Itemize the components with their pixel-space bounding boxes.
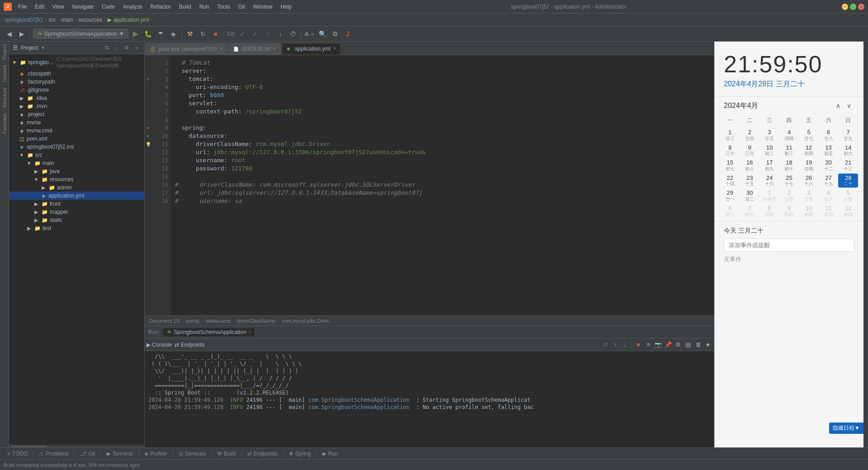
menu-build[interactable]: Build <box>175 3 195 11</box>
run-app-close[interactable]: × <box>248 329 251 334</box>
camera-btn[interactable]: 📷 <box>654 340 663 349</box>
tree-factorypath[interactable]: ◈ .factorypath <box>9 78 144 86</box>
tree-front[interactable]: ▶ 📁 front <box>9 200 144 208</box>
cal-day-11-other[interactable]: 11初四 <box>819 204 839 218</box>
back-button[interactable]: ◀ <box>4 28 14 39</box>
git-push-button[interactable]: ↑ <box>262 28 273 39</box>
bt-item-problems[interactable]: ⚠Problems <box>35 450 72 458</box>
cal-day-6-other[interactable]: 6初八 <box>720 204 740 218</box>
cal-day-2-other[interactable]: 2廿四 <box>779 188 799 203</box>
cal-day-24[interactable]: 24十六 <box>760 174 779 188</box>
cal-day-25[interactable]: 25十七 <box>779 174 799 188</box>
tree-project-file[interactable]: ◈ .project <box>9 110 144 118</box>
git-check2-button[interactable]: ✓ <box>250 28 260 39</box>
close-run-btn[interactable]: ≡ <box>644 340 653 349</box>
cal-day-14[interactable]: 14初六 <box>838 143 858 158</box>
tree-pom[interactable]: ◫ pom.xml <box>9 135 144 143</box>
tab-yaml[interactable]: ◈ application.yml × <box>282 43 341 55</box>
cal-prev-btn[interactable]: ∧ <box>833 100 844 111</box>
rebuild-button[interactable]: ↻ <box>198 28 208 39</box>
cal-day-5-other[interactable]: 5立夏 <box>838 188 858 203</box>
cal-day-19[interactable]: 19谷雨 <box>799 158 819 173</box>
tree-close-btn[interactable]: × <box>132 44 141 52</box>
settings-button[interactable]: ⚙ <box>330 28 340 39</box>
plugin-button[interactable]: J <box>342 28 353 39</box>
tree-mvnw[interactable]: ◈ mvnw <box>9 118 144 127</box>
project-side-label[interactable]: Project <box>0 42 9 62</box>
cal-day-13[interactable]: 13初五 <box>819 143 839 158</box>
menu-git[interactable]: Git <box>235 3 249 11</box>
maximize-button[interactable]: □ <box>850 4 856 10</box>
search-button[interactable]: 🔍 <box>317 28 328 39</box>
tree-main[interactable]: ▼ 📁 main <box>9 159 144 167</box>
cal-day-22[interactable]: 22十四 <box>720 174 740 188</box>
cal-day-23[interactable]: 23十五 <box>740 174 760 188</box>
menu-run[interactable]: Run <box>196 3 213 11</box>
doc-bc-5[interactable]: com.mysql.jdbc.Drive... <box>282 318 333 324</box>
cal-day-29[interactable]: 29廿一 <box>720 188 740 203</box>
trash-btn[interactable]: 🗑 <box>693 340 703 349</box>
tree-mapper[interactable]: ▶ 📁 mapper <box>9 208 144 216</box>
tree-yaml[interactable]: ◈ application.yml <box>9 192 144 200</box>
build-button[interactable]: ⚒ <box>185 28 196 39</box>
run-app-tab[interactable]: ☘ SpringbootSchemaApplication × <box>163 328 255 336</box>
cal-day-1-other[interactable]: 1劳动节 <box>760 188 779 203</box>
cal-day-11[interactable]: 11初三 <box>779 143 799 158</box>
bt-item-spring[interactable]: ❋Spring <box>285 450 315 458</box>
cal-day-4[interactable]: 4清明 <box>779 128 799 142</box>
bc-project[interactable]: springboot07j52 <box>5 17 43 23</box>
cal-day-15[interactable]: 15初七 <box>720 158 740 173</box>
cal-day-12[interactable]: 12初四 <box>799 143 819 158</box>
cal-day-3[interactable]: 3廿五 <box>760 128 779 142</box>
tree-static[interactable]: ▶ 📁 static <box>9 216 144 224</box>
cal-day-10-other[interactable]: 10初四 <box>799 204 819 218</box>
cal-day-9[interactable]: 9三月 <box>740 143 760 158</box>
cal-day-30[interactable]: 30廿二 <box>740 188 760 203</box>
tree-mvn[interactable]: ▶ 📁 .mvn <box>9 102 144 110</box>
bookmark-btn[interactable]: ★ <box>703 340 712 349</box>
cal-day-2[interactable]: 2廿四 <box>740 128 760 142</box>
run-config-selector[interactable]: ☘ SpringbootSchemaApplication ▼ <box>33 29 128 38</box>
console-tab[interactable]: ▶ Console <box>146 342 172 348</box>
cal-day-17[interactable]: 17初九 <box>760 158 779 173</box>
commit-label[interactable]: Commit <box>0 62 9 85</box>
filter-btn[interactable]: ▤ <box>684 340 693 349</box>
bt-item-git[interactable]: ⎇Git <box>76 450 99 458</box>
tree-java[interactable]: ▶ 📁 java <box>9 167 144 175</box>
bt-item-todo[interactable]: ≡TODO <box>4 450 31 458</box>
cal-day-21[interactable]: 21十三 <box>838 158 858 173</box>
cal-day-27[interactable]: 27十九 <box>819 174 839 188</box>
tree-admin[interactable]: ▶ 📁 admin <box>9 183 144 192</box>
cal-day-16[interactable]: 16初八 <box>740 158 760 173</box>
doc-bc-2[interactable]: spring: <box>185 318 200 324</box>
coverage-button[interactable]: ☂ <box>156 28 166 39</box>
translate-button[interactable]: A→ <box>304 28 315 39</box>
cal-day-4-other[interactable]: 4廿六 <box>819 188 839 203</box>
bt-item-terminal[interactable]: ▶Terminal <box>103 450 137 458</box>
tree-settings-btn[interactable]: ⚙ <box>123 44 131 52</box>
bc-resources[interactable]: resources <box>78 17 102 23</box>
yaml-tab-close[interactable]: × <box>333 46 336 51</box>
cal-day-5[interactable]: 5廿七 <box>799 128 819 142</box>
hide-schedule-btn[interactable]: 隐藏日程▼ <box>829 423 863 434</box>
forward-button[interactable]: ▶ <box>16 28 27 39</box>
menu-window[interactable]: Window <box>250 3 276 11</box>
code-editor[interactable]: ▼ ▼ ▼💡 123456 789101112 131415161718 # T… <box>145 55 714 315</box>
pin-btn[interactable]: 📌 <box>664 340 673 349</box>
restart-btn[interactable]: ↺ <box>601 340 610 349</box>
profile-button[interactable]: ◈ <box>168 28 179 39</box>
menu-help[interactable]: Help <box>277 3 296 11</box>
tree-test[interactable]: ▶ 📁 test <box>9 224 144 232</box>
git-pull-button[interactable]: ↓ <box>275 28 286 39</box>
close-button[interactable]: × <box>858 4 864 10</box>
settings-run-btn[interactable]: ⚙ <box>674 340 683 349</box>
menu-file[interactable]: File <box>14 3 30 11</box>
right-scrollbar[interactable] <box>863 42 868 447</box>
structure-label[interactable]: Structure <box>0 85 9 111</box>
project-dropdown[interactable]: ▼ <box>41 45 45 50</box>
bt-item-build[interactable]: ⚒Build <box>213 450 240 458</box>
tree-resources[interactable]: ▼ 📁 resources <box>9 175 144 183</box>
favorites-label[interactable]: Favorites <box>0 111 9 136</box>
doc-bc-4[interactable]: driverClassName: <box>237 318 276 324</box>
doc-bc-3[interactable]: datasource: <box>206 318 231 324</box>
